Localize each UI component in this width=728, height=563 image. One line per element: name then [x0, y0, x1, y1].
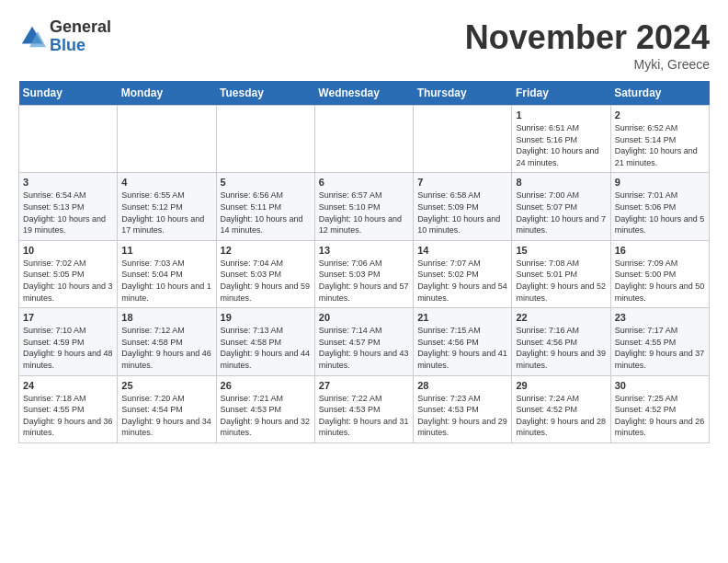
day-info: Sunrise: 7:10 AM Sunset: 4:59 PM Dayligh…	[23, 325, 113, 371]
day-number: 28	[417, 380, 507, 391]
calendar-cell: 15Sunrise: 7:08 AM Sunset: 5:01 PM Dayli…	[512, 240, 610, 307]
calendar-cell: 20Sunrise: 7:14 AM Sunset: 4:57 PM Dayli…	[314, 308, 413, 375]
calendar-cell: 8Sunrise: 7:00 AM Sunset: 5:07 PM Daylig…	[512, 173, 610, 240]
calendar-cell: 4Sunrise: 6:55 AM Sunset: 5:12 PM Daylig…	[118, 173, 216, 240]
day-number: 26	[221, 380, 311, 391]
calendar-cell: 14Sunrise: 7:07 AM Sunset: 5:02 PM Dayli…	[414, 240, 512, 307]
day-info: Sunrise: 7:08 AM Sunset: 5:01 PM Dayligh…	[516, 258, 606, 304]
day-number: 5	[221, 177, 311, 188]
day-number: 25	[121, 380, 211, 391]
day-info: Sunrise: 7:17 AM Sunset: 4:55 PM Dayligh…	[615, 325, 705, 371]
calendar-cell: 3Sunrise: 6:54 AM Sunset: 5:13 PM Daylig…	[19, 173, 118, 240]
day-number: 27	[319, 380, 409, 391]
day-info: Sunrise: 7:00 AM Sunset: 5:07 PM Dayligh…	[516, 190, 606, 236]
calendar-cell: 22Sunrise: 7:16 AM Sunset: 4:56 PM Dayli…	[512, 308, 610, 375]
day-number: 16	[615, 245, 705, 256]
location: Myki, Greece	[465, 57, 710, 72]
logo-general: General	[50, 18, 111, 37]
calendar-cell: 13Sunrise: 7:06 AM Sunset: 5:03 PM Dayli…	[314, 240, 413, 307]
calendar-cell: 6Sunrise: 6:57 AM Sunset: 5:10 PM Daylig…	[314, 173, 413, 240]
day-info: Sunrise: 7:07 AM Sunset: 5:02 PM Dayligh…	[417, 258, 507, 304]
calendar-cell: 11Sunrise: 7:03 AM Sunset: 5:04 PM Dayli…	[118, 240, 216, 307]
calendar-cell: 24Sunrise: 7:18 AM Sunset: 4:55 PM Dayli…	[19, 375, 118, 442]
day-number: 14	[417, 245, 507, 256]
day-number: 21	[417, 312, 507, 323]
calendar-cell: 5Sunrise: 6:56 AM Sunset: 5:11 PM Daylig…	[216, 173, 314, 240]
day-info: Sunrise: 7:06 AM Sunset: 5:03 PM Dayligh…	[319, 258, 409, 304]
calendar-cell: 17Sunrise: 7:10 AM Sunset: 4:59 PM Dayli…	[19, 308, 118, 375]
day-number: 11	[121, 245, 211, 256]
calendar-header-row: SundayMondayTuesdayWednesdayThursdayFrid…	[19, 81, 710, 106]
day-info: Sunrise: 7:15 AM Sunset: 4:56 PM Dayligh…	[417, 325, 507, 371]
day-info: Sunrise: 6:54 AM Sunset: 5:13 PM Dayligh…	[23, 190, 113, 236]
header-saturday: Saturday	[610, 81, 709, 106]
day-number: 13	[319, 245, 409, 256]
calendar-cell: 26Sunrise: 7:21 AM Sunset: 4:53 PM Dayli…	[216, 375, 314, 442]
day-number: 20	[319, 312, 409, 323]
calendar-cell: 19Sunrise: 7:13 AM Sunset: 4:58 PM Dayli…	[216, 308, 314, 375]
day-info: Sunrise: 6:55 AM Sunset: 5:12 PM Dayligh…	[121, 190, 211, 236]
day-number: 18	[121, 312, 211, 323]
calendar-cell: 23Sunrise: 7:17 AM Sunset: 4:55 PM Dayli…	[610, 308, 709, 375]
header-monday: Monday	[118, 81, 216, 106]
day-number: 10	[23, 245, 113, 256]
day-info: Sunrise: 7:01 AM Sunset: 5:06 PM Dayligh…	[615, 190, 705, 236]
logo: General Blue	[18, 18, 111, 55]
day-info: Sunrise: 7:25 AM Sunset: 4:52 PM Dayligh…	[615, 393, 705, 439]
day-info: Sunrise: 7:03 AM Sunset: 5:04 PM Dayligh…	[121, 258, 211, 304]
header-thursday: Thursday	[414, 81, 512, 106]
day-number: 22	[516, 312, 606, 323]
day-number: 1	[516, 109, 606, 121]
calendar-week-3: 10Sunrise: 7:02 AM Sunset: 5:05 PM Dayli…	[19, 240, 710, 307]
day-info: Sunrise: 6:56 AM Sunset: 5:11 PM Dayligh…	[221, 190, 311, 236]
day-number: 8	[516, 177, 606, 188]
page-header: General Blue November 2024 Myki, Greece	[18, 18, 710, 72]
calendar-cell: 10Sunrise: 7:02 AM Sunset: 5:05 PM Dayli…	[19, 240, 118, 307]
day-info: Sunrise: 7:24 AM Sunset: 4:52 PM Dayligh…	[516, 393, 606, 439]
calendar-table: SundayMondayTuesdayWednesdayThursdayFrid…	[18, 81, 710, 443]
day-number: 9	[615, 177, 705, 188]
header-friday: Friday	[512, 81, 610, 106]
day-number: 3	[23, 177, 113, 188]
calendar-cell: 16Sunrise: 7:09 AM Sunset: 5:00 PM Dayli…	[610, 240, 709, 307]
logo-text: General Blue	[50, 18, 111, 55]
calendar-cell: 21Sunrise: 7:15 AM Sunset: 4:56 PM Dayli…	[414, 308, 512, 375]
calendar-cell	[414, 106, 512, 173]
day-info: Sunrise: 6:52 AM Sunset: 5:14 PM Dayligh…	[615, 122, 705, 168]
day-info: Sunrise: 7:04 AM Sunset: 5:03 PM Dayligh…	[221, 258, 311, 304]
calendar-cell: 27Sunrise: 7:22 AM Sunset: 4:53 PM Dayli…	[314, 375, 413, 442]
calendar-cell: 7Sunrise: 6:58 AM Sunset: 5:09 PM Daylig…	[414, 173, 512, 240]
day-number: 12	[221, 245, 311, 256]
day-number: 2	[615, 109, 705, 121]
calendar-cell: 2Sunrise: 6:52 AM Sunset: 5:14 PM Daylig…	[610, 106, 709, 173]
day-number: 7	[417, 177, 507, 188]
day-number: 6	[319, 177, 409, 188]
calendar-cell: 29Sunrise: 7:24 AM Sunset: 4:52 PM Dayli…	[512, 375, 610, 442]
day-info: Sunrise: 7:13 AM Sunset: 4:58 PM Dayligh…	[221, 325, 311, 371]
day-info: Sunrise: 7:02 AM Sunset: 5:05 PM Dayligh…	[23, 258, 113, 304]
month-title: November 2024	[465, 18, 710, 57]
calendar-cell	[118, 106, 216, 173]
logo-blue: Blue	[50, 37, 111, 55]
day-info: Sunrise: 7:23 AM Sunset: 4:53 PM Dayligh…	[417, 393, 507, 439]
day-info: Sunrise: 7:18 AM Sunset: 4:55 PM Dayligh…	[23, 393, 113, 439]
day-number: 24	[23, 380, 113, 391]
day-info: Sunrise: 7:20 AM Sunset: 4:54 PM Dayligh…	[121, 393, 211, 439]
header-tuesday: Tuesday	[216, 81, 314, 106]
day-number: 15	[516, 245, 606, 256]
logo-icon	[18, 23, 46, 51]
day-number: 29	[516, 380, 606, 391]
calendar-week-5: 24Sunrise: 7:18 AM Sunset: 4:55 PM Dayli…	[19, 375, 710, 442]
calendar-cell: 28Sunrise: 7:23 AM Sunset: 4:53 PM Dayli…	[414, 375, 512, 442]
day-number: 4	[121, 177, 211, 188]
day-info: Sunrise: 7:12 AM Sunset: 4:58 PM Dayligh…	[121, 325, 211, 371]
calendar-cell: 30Sunrise: 7:25 AM Sunset: 4:52 PM Dayli…	[610, 375, 709, 442]
day-info: Sunrise: 7:16 AM Sunset: 4:56 PM Dayligh…	[516, 325, 606, 371]
calendar-week-2: 3Sunrise: 6:54 AM Sunset: 5:13 PM Daylig…	[19, 173, 710, 240]
calendar-cell: 9Sunrise: 7:01 AM Sunset: 5:06 PM Daylig…	[610, 173, 709, 240]
day-info: Sunrise: 6:51 AM Sunset: 5:16 PM Dayligh…	[516, 122, 606, 168]
day-info: Sunrise: 7:22 AM Sunset: 4:53 PM Dayligh…	[319, 393, 409, 439]
header-wednesday: Wednesday	[314, 81, 413, 106]
calendar-week-1: 1Sunrise: 6:51 AM Sunset: 5:16 PM Daylig…	[19, 106, 710, 173]
calendar-cell: 25Sunrise: 7:20 AM Sunset: 4:54 PM Dayli…	[118, 375, 216, 442]
